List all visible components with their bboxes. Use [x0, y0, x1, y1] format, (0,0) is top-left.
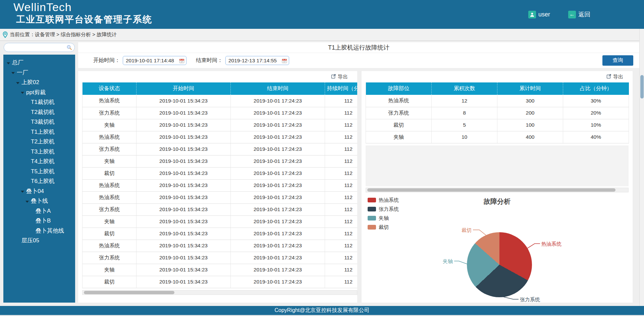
cell-start-time: 2019-10-01 15:34:23: [137, 264, 231, 276]
expand-arrow-icon[interactable]: [16, 79, 21, 86]
scrollbar-thumb[interactable]: [367, 188, 615, 192]
user-avatar-icon: [528, 11, 536, 18]
tree-item[interactable]: T1上胶机: [3, 127, 75, 137]
tree-item[interactable]: T1裁切机: [3, 97, 75, 107]
breadcrumb-label: 当前位置：: [10, 31, 35, 38]
cell-device-status: 裁切: [83, 276, 137, 288]
table-header-row: 故障部位 累积次数 累计时间 占比（分钟）: [366, 82, 629, 95]
tree-item[interactable]: T6上胶机: [3, 176, 75, 186]
cell-duration: 112: [325, 107, 358, 119]
cell-duration: 112: [325, 228, 358, 240]
scrollbar-thumb[interactable]: [84, 291, 174, 294]
svg-text:17: 17: [283, 61, 286, 63]
cell-ratio: 40%: [563, 131, 629, 143]
calendar-icon[interactable]: 17: [179, 58, 184, 65]
cell-end-time: 2019-10-01 17:24:23: [231, 191, 325, 203]
table-row: 热油系统 2019-10-01 15:34:23 2019-10-01 17:2…: [83, 95, 358, 107]
cell-start-time: 2019-10-01 15:34:23: [137, 95, 231, 107]
cell-device-status: 裁切: [83, 228, 137, 240]
column-header: 开始时间: [137, 82, 231, 95]
legend-item[interactable]: 夹轴: [368, 215, 399, 222]
cell-duration: 112: [325, 131, 358, 143]
scrollbar-thumb[interactable]: [640, 75, 644, 99]
user-menu[interactable]: user: [528, 0, 550, 29]
search-icon[interactable]: [66, 45, 72, 52]
vertical-scrollbar: [639, 29, 644, 306]
user-name: user: [538, 11, 550, 18]
empty-area: [366, 145, 629, 186]
cell-device-status: 夹轴: [83, 119, 137, 131]
pie[interactable]: [467, 232, 532, 297]
cell-start-time: 2019-10-01 15:34:23: [137, 191, 231, 203]
tree-item[interactable]: T3上胶机: [3, 147, 75, 157]
cell-start-time: 2019-10-01 15:34:23: [137, 131, 231, 143]
cell-duration: 112: [325, 252, 358, 264]
tree-item[interactable]: 叠卜其他线: [3, 226, 75, 236]
cell-start-time: 2019-10-01 15:34:23: [137, 203, 231, 215]
expand-arrow-icon[interactable]: [21, 89, 26, 96]
cell-device-status: 热油系统: [83, 179, 137, 191]
query-button[interactable]: 查询: [602, 55, 633, 66]
tree-item[interactable]: T3裁切机: [3, 117, 75, 127]
table-row: 张力系统 8 200 20%: [366, 107, 629, 119]
cell-duration: 112: [325, 143, 358, 155]
cell-start-time: 2019-10-01 15:34:23: [137, 179, 231, 191]
fault-records-panel: 导出 设备状态 开始时间 结束时间 持续时间（分钟） 热油系统 2019-10-…: [78, 71, 357, 303]
tree-item[interactable]: T5上胶机: [3, 167, 75, 177]
location-pin-icon: [3, 31, 8, 38]
expand-arrow-icon[interactable]: [11, 69, 17, 76]
table-row: 张力系统 2019-10-01 15:34:23 2019-10-01 17:2…: [83, 203, 358, 215]
tree-item[interactable]: 叠卜04: [3, 186, 75, 196]
table-row: 张力系统 2019-10-01 15:34:23 2019-10-01 17:2…: [83, 252, 358, 264]
copyright-text: CopyRight@北京亚控科技发展有限公司: [275, 307, 370, 314]
column-header: 设备状态: [83, 82, 137, 95]
tree-item[interactable]: 叠卜A: [3, 206, 75, 216]
cell-count: 5: [432, 119, 497, 131]
cell-device-status: 张力系统: [83, 203, 137, 215]
tree-item[interactable]: 总厂: [3, 58, 75, 68]
start-time-input[interactable]: [126, 57, 176, 64]
column-header: 结束时间: [231, 82, 325, 95]
table-row: 夹轴 10 400 40%: [366, 131, 629, 143]
cell-device-status: 夹轴: [83, 215, 137, 228]
search-input[interactable]: [7, 44, 64, 51]
tree-item[interactable]: 上胶02: [3, 77, 75, 87]
back-button[interactable]: ← 返回: [568, 0, 590, 29]
tree-item[interactable]: T2裁切机: [3, 107, 75, 117]
column-header: 累积次数: [432, 82, 497, 95]
expand-arrow-icon[interactable]: [21, 188, 26, 194]
cell-device-status: 夹轴: [83, 264, 137, 276]
cell-end-time: 2019-10-01 17:24:23: [231, 203, 325, 215]
column-header: 故障部位: [366, 82, 432, 95]
cell-duration: 112: [325, 191, 358, 203]
column-header: 占比（分钟）: [563, 82, 629, 95]
calendar-icon[interactable]: 17: [282, 58, 287, 65]
end-time-input[interactable]: [228, 57, 279, 64]
table-row: 张力系统 2019-10-01 15:34:23 2019-10-01 17:2…: [83, 143, 358, 155]
tree-item[interactable]: T2上胶机: [3, 137, 75, 147]
expand-arrow-icon[interactable]: [7, 59, 12, 66]
legend-item[interactable]: 张力系统: [368, 206, 399, 212]
tree-item[interactable]: T4上胶机: [3, 156, 75, 167]
tree-item[interactable]: 一厂: [3, 68, 75, 78]
table-row: 热油系统 2019-10-01 15:34:23 2019-10-01 17:2…: [83, 191, 358, 203]
tree-item[interactable]: 层压05: [3, 236, 75, 246]
column-header: 累计时间: [497, 82, 563, 95]
cell-start-time: 2019-10-01 15:34:23: [137, 143, 231, 155]
legend-item[interactable]: 热油系统: [368, 197, 399, 203]
tree-item[interactable]: ppt剪裁: [3, 87, 75, 98]
tree-item[interactable]: 叠卜线: [3, 196, 75, 206]
cell-fault-part: 夹轴: [366, 131, 432, 143]
export-button-right[interactable]: 导出: [606, 74, 623, 80]
export-icon: [606, 74, 611, 80]
cell-fault-part: 裁切: [366, 119, 432, 131]
end-time-picker: 17: [225, 56, 289, 65]
export-button-left[interactable]: 导出: [331, 74, 348, 80]
legend-swatch: [368, 216, 376, 220]
table-row: 裁切 2019-10-01 15:34:23 2019-10-01 17:24:…: [83, 276, 358, 288]
table-row: 裁切 2019-10-01 15:34:23 2019-10-01 17:24:…: [83, 167, 358, 179]
expand-arrow-icon[interactable]: [25, 198, 31, 204]
tree-item[interactable]: 叠卜B: [3, 216, 75, 226]
legend-item[interactable]: 裁切: [368, 224, 399, 231]
table-row: 热油系统 2019-10-01 15:34:23 2019-10-01 17:2…: [83, 179, 358, 191]
